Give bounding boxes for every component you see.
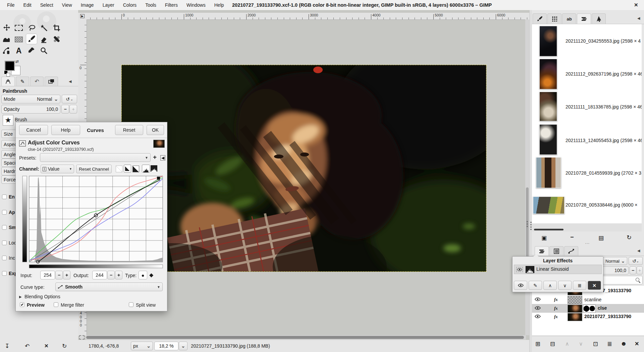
menu-help[interactable]: Help — [210, 2, 228, 8]
window-close-icon[interactable]: ✕ — [634, 2, 638, 8]
image-list-thumbnail[interactable] — [539, 59, 557, 89]
tab-brushes[interactable] — [533, 13, 547, 24]
layer-row-selected[interactable]: fx clse — [532, 304, 644, 313]
foreground-color-swatch[interactable] — [5, 61, 14, 71]
curves-graph[interactable] — [20, 173, 165, 271]
delete-layer-icon[interactable]: ✕ — [635, 341, 639, 347]
dock-menu-icon[interactable]: ◀ — [637, 249, 640, 253]
image-list-thumbnail[interactable] — [539, 26, 557, 56]
ruler-corner[interactable]: ▶ — [78, 13, 87, 20]
tab-pointer[interactable] — [592, 13, 606, 24]
remove-entry-icon[interactable]: − — [570, 234, 574, 241]
menu-edit[interactable]: Edit — [19, 2, 36, 8]
new-group-icon[interactable]: ⊟ — [550, 340, 555, 348]
linear-histogram-icon[interactable] — [116, 166, 122, 172]
effect-visibility-eye-icon[interactable] — [516, 267, 523, 272]
image-list-item[interactable]: 20211111_181336785.jpg (2598 × 46 — [566, 104, 642, 109]
incremental-checkbox[interactable] — [2, 256, 7, 260]
fx-badge[interactable]: fx — [554, 314, 558, 319]
menu-colors[interactable]: Colors — [119, 2, 141, 8]
merge-down-icon[interactable]: ≣ — [607, 340, 612, 348]
opacity-increase-button[interactable]: + — [69, 105, 77, 114]
image-list-thumbnail[interactable] — [539, 92, 557, 121]
histogram-toggle-icon[interactable] — [142, 165, 150, 173]
point-type-smooth-button[interactable]: ● — [139, 271, 147, 279]
tab-channels[interactable] — [549, 246, 564, 256]
add-mask-icon[interactable]: ☻ — [621, 340, 627, 347]
tab-patterns[interactable] — [547, 13, 561, 24]
new-layer-icon[interactable]: ⊞ — [535, 340, 540, 348]
menu-file[interactable]: File — [3, 2, 19, 8]
horizontal-scrollbar[interactable] — [86, 335, 526, 340]
zoom-input[interactable]: 18,2 % — [154, 342, 178, 350]
image-list-item[interactable]: 20210728_005338446.jpg (6000 × — [566, 202, 637, 208]
tool-zoom[interactable] — [39, 46, 49, 56]
image-list-thumbnail[interactable] — [539, 124, 557, 155]
menu-layer[interactable]: Layer — [98, 2, 119, 8]
menu-windows[interactable]: Windows — [182, 2, 210, 8]
preset-menu-icon[interactable]: ◀ — [160, 155, 165, 161]
raise-layer-icon[interactable]: ∧ — [565, 341, 569, 347]
swap-colors-icon[interactable]: ⇄ — [15, 59, 19, 64]
merge-filter-checkbox[interactable] — [54, 302, 58, 307]
visibility-eye-icon[interactable] — [535, 306, 541, 310]
menu-tools[interactable]: Tools — [141, 2, 161, 8]
opacity-slider[interactable]: Opacity 100,0 — [1, 105, 60, 114]
input-increase-button[interactable]: + — [63, 271, 70, 279]
dock-menu-icon[interactable]: ◀ — [69, 79, 71, 84]
mode-select[interactable]: Mode Normal ⌄ — [1, 95, 60, 103]
tool-heal[interactable] — [51, 34, 62, 44]
tool-color-picker[interactable] — [26, 46, 37, 56]
channel-select[interactable]: I Value ▼ — [41, 165, 74, 173]
tool-move[interactable] — [1, 23, 12, 33]
tool-free-select[interactable] — [26, 23, 37, 33]
duplicate-layer-icon[interactable]: ⊡ — [593, 340, 598, 348]
reset-channel-button[interactable]: Reset Channel — [76, 165, 112, 173]
restore-preset-icon[interactable]: ↶ — [25, 343, 30, 350]
lower-layer-icon[interactable]: ∨ — [579, 341, 583, 347]
effect-lower-button[interactable]: ∨ — [558, 281, 572, 290]
image-list-item[interactable]: 20211120_034255553.jpg (2598 × 4 — [566, 38, 641, 44]
output-decrease-button[interactable]: − — [107, 271, 115, 279]
image-list-thumbnail[interactable] — [536, 157, 561, 188]
ok-button[interactable]: OK — [147, 125, 164, 135]
cancel-button[interactable]: Cancel — [19, 125, 48, 135]
tool-eraser[interactable] — [39, 34, 49, 44]
tool-fuzzy-select[interactable] — [39, 23, 49, 33]
save-preset-icon[interactable]: ↧ — [5, 343, 9, 350]
input-field[interactable]: 254 — [40, 271, 55, 279]
visibility-eye-icon[interactable] — [535, 314, 541, 318]
dynamics-checkbox[interactable] — [2, 194, 7, 199]
output-field[interactable]: 244 — [92, 271, 107, 279]
fx-badge[interactable]: fx — [554, 306, 558, 311]
opacity-decrease-button[interactable]: − — [61, 105, 69, 114]
menu-select[interactable]: Select — [36, 2, 58, 8]
layer-row[interactable]: fx scanline — [532, 296, 644, 304]
layer-opacity-decrease[interactable]: − — [630, 266, 636, 274]
smooth-stroke-checkbox[interactable] — [2, 225, 7, 230]
mode-reset-button[interactable]: ↺⌄ — [62, 95, 77, 103]
jitter-checkbox[interactable] — [2, 210, 7, 215]
reset-tool-icon[interactable]: ↻ — [62, 343, 67, 350]
preview-checkbox[interactable]: ✔ — [20, 302, 24, 307]
tab-device-status[interactable]: ✎ — [16, 77, 29, 86]
presets-select[interactable]: ▼ — [40, 153, 151, 162]
fx-badge[interactable]: fx — [554, 297, 558, 302]
tool-paintbrush[interactable] — [26, 34, 37, 44]
horizontal-ruler[interactable]: 0 1000 2000 3000 4000 5000 6000 — [87, 13, 529, 20]
blending-options-label[interactable]: Blending Options — [24, 294, 60, 299]
menu-image[interactable]: Image — [76, 2, 98, 8]
layer-mode-switch-button[interactable]: ↺⌄ — [629, 257, 643, 265]
unit-select[interactable]: px ⌄ — [131, 342, 153, 350]
image-list-item[interactable]: 20211113_124055453.jpg (2598 × 46 — [566, 138, 642, 143]
image-list-hscroll-thumb[interactable] — [534, 229, 564, 230]
diagonal-icon[interactable] — [132, 166, 139, 172]
effect-visible-button[interactable] — [514, 281, 527, 290]
histogram-dark-icon[interactable] — [151, 165, 157, 172]
h-scrollbar-thumb[interactable] — [86, 336, 524, 339]
open-image-icon[interactable]: ▣ — [541, 234, 547, 241]
quick-mask-toggle[interactable] — [79, 335, 85, 340]
reset-button[interactable]: Reset — [115, 125, 143, 135]
tab-paths[interactable] — [564, 246, 578, 256]
lock-brush-checkbox[interactable] — [2, 240, 7, 245]
